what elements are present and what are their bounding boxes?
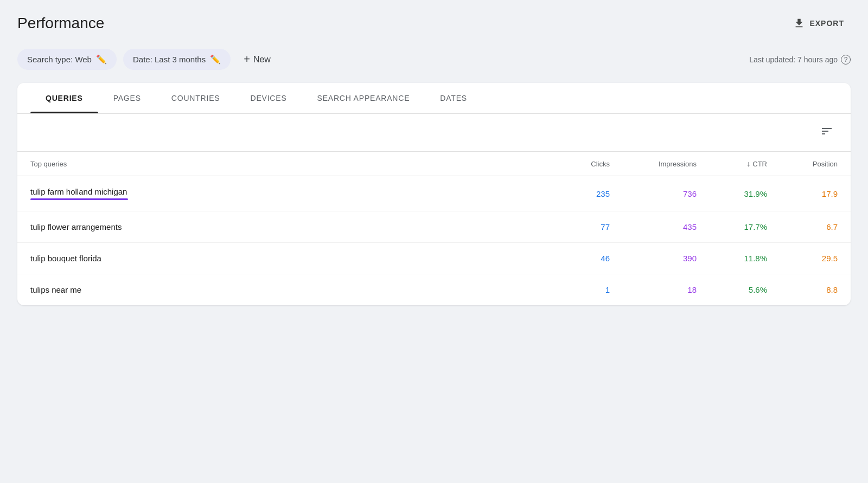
query-text: tulip farm holland michigan (30, 187, 539, 196)
header-clicks: Clicks (539, 159, 610, 168)
filter-lines-icon (820, 125, 833, 138)
filter-bar (17, 114, 851, 152)
clicks-value: 1 (539, 285, 610, 294)
ctr-value: 5.6% (697, 285, 767, 294)
query-underline (30, 198, 128, 200)
tab-devices[interactable]: DEVICES (235, 83, 302, 113)
export-icon (793, 17, 805, 29)
table-row: tulips near me 1 18 5.6% 8.8 (17, 274, 851, 305)
date-filter[interactable]: Date: Last 3 months ✏️ (123, 49, 231, 70)
query-cell: tulips near me (30, 285, 539, 294)
date-label: Date: Last 3 months (133, 55, 206, 64)
export-label: EXPORT (809, 19, 844, 28)
last-updated-text: Last updated: 7 hours ago (749, 55, 838, 64)
new-filter-button[interactable]: + New (237, 49, 277, 70)
table-container: Top queries Clicks Impressions ↓ CTR Pos… (17, 152, 851, 305)
query-cell: tulip bouquet florida (30, 254, 539, 263)
page-title: Performance (17, 15, 104, 32)
tab-countries[interactable]: COUNTRIES (156, 83, 235, 113)
ctr-value: 17.7% (697, 222, 767, 231)
plus-icon: + (244, 53, 250, 66)
query-text: tulip flower arrangements (30, 222, 539, 231)
query-text: tulip bouquet florida (30, 254, 539, 263)
position-value: 29.5 (767, 254, 838, 263)
last-updated: Last updated: 7 hours ago ? (749, 55, 851, 65)
date-edit-icon: ✏️ (210, 54, 221, 65)
ctr-value: 31.9% (697, 189, 767, 198)
ctr-value: 11.8% (697, 254, 767, 263)
tab-pages[interactable]: PAGES (98, 83, 156, 113)
impressions-value: 390 (610, 254, 697, 263)
tabs-row: QUERIES PAGES COUNTRIES DEVICES SEARCH A… (17, 83, 851, 114)
search-type-label: Search type: Web (27, 55, 92, 64)
tab-dates[interactable]: DATES (425, 83, 482, 113)
clicks-value: 235 (539, 189, 610, 198)
search-type-filter[interactable]: Search type: Web ✏️ (17, 49, 117, 70)
impressions-value: 435 (610, 222, 697, 231)
impressions-value: 18 (610, 285, 697, 294)
page-header: Performance EXPORT (17, 13, 851, 34)
search-type-edit-icon: ✏️ (96, 54, 107, 65)
position-value: 8.8 (767, 285, 838, 294)
main-card: QUERIES PAGES COUNTRIES DEVICES SEARCH A… (17, 83, 851, 305)
query-cell: tulip farm holland michigan (30, 187, 539, 200)
table-row: tulip bouquet florida 46 390 11.8% 29.5 (17, 243, 851, 274)
table-header: Top queries Clicks Impressions ↓ CTR Pos… (17, 152, 851, 176)
clicks-value: 46 (539, 254, 610, 263)
tab-queries[interactable]: QUERIES (30, 83, 98, 113)
header-ctr[interactable]: ↓ CTR (697, 159, 767, 168)
help-icon[interactable]: ? (841, 55, 851, 65)
table-row: tulip farm holland michigan 235 736 31.9… (17, 176, 851, 211)
clicks-value: 77 (539, 222, 610, 231)
query-text: tulips near me (30, 285, 539, 294)
export-button[interactable]: EXPORT (787, 13, 851, 34)
new-label: New (253, 55, 271, 65)
header-query: Top queries (30, 159, 539, 168)
page-container: Performance EXPORT Search type: Web ✏️ D… (0, 0, 868, 483)
tab-search-appearance[interactable]: SEARCH APPEARANCE (302, 83, 425, 113)
header-position: Position (767, 159, 838, 168)
header-impressions: Impressions (610, 159, 697, 168)
sort-filter-button[interactable] (816, 123, 838, 143)
sort-down-icon: ↓ (746, 159, 750, 168)
filters-row: Search type: Web ✏️ Date: Last 3 months … (17, 49, 851, 70)
impressions-value: 736 (610, 189, 697, 198)
position-value: 17.9 (767, 189, 838, 198)
table-row: tulip flower arrangements 77 435 17.7% 6… (17, 211, 851, 243)
position-value: 6.7 (767, 222, 838, 231)
query-cell: tulip flower arrangements (30, 222, 539, 231)
